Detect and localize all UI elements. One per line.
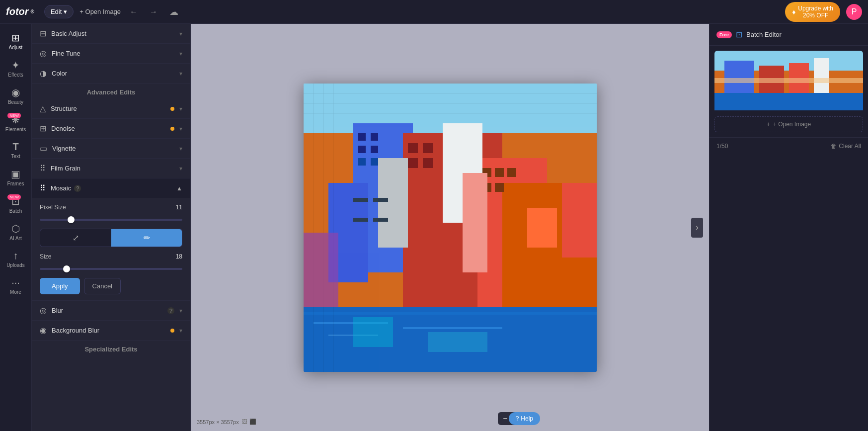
svg-rect-53 — [714, 93, 863, 110]
blur-info-icon: ? — [167, 307, 174, 314]
elements-new-badge: NEW — [7, 113, 21, 118]
svg-rect-38 — [373, 198, 388, 202]
main-layout: ⊞ Adjust ✦ Effects ◉ Beauty ❋ NEW Elemen… — [0, 24, 868, 431]
blur-row[interactable]: ◎ Blur ? ▾ — [32, 301, 190, 320]
svg-rect-14 — [371, 146, 378, 153]
logo: fotor® — [6, 6, 34, 17]
film-grain-row[interactable]: ⠿ Film Grain ▾ — [32, 159, 190, 178]
open-image-button[interactable]: + Open Image — [79, 8, 121, 15]
blur-section: ◎ Blur ? ▾ — [32, 301, 190, 321]
sidebar-item-elements[interactable]: ❋ NEW Elements — [2, 110, 30, 136]
right-panel: Free ⊡ Batch Editor + — [709, 24, 868, 431]
svg-rect-17 — [408, 143, 418, 153]
denoise-modified-dot — [170, 127, 174, 131]
sidebar-item-effects[interactable]: ✦ Effects — [2, 55, 30, 82]
color-row[interactable]: ◑ Color ▾ — [32, 64, 190, 83]
svg-rect-16 — [371, 158, 378, 166]
pro-icon-button[interactable]: P — [846, 4, 862, 20]
fine-tune-chevron: ▾ — [179, 50, 182, 57]
topbar: fotor® Edit ▾ + Open Image ← → ☁ ♦ Upgra… — [0, 0, 868, 24]
batch-editor-icon: ⊡ — [736, 30, 742, 39]
upgrade-button[interactable]: ♦ Upgrade with 20% OFF — [785, 2, 840, 22]
sidebar-item-more[interactable]: ··· More — [2, 273, 30, 299]
panel-collapse-button[interactable]: › — [691, 218, 703, 238]
basic-adjust-chevron: ▾ — [179, 30, 182, 37]
fine-tune-section: ◎ Fine Tune ▾ — [32, 44, 190, 64]
fine-tune-row[interactable]: ◎ Fine Tune ▾ — [32, 44, 190, 63]
erase-brush-button[interactable]: ⤢ — [40, 229, 111, 247]
canvas-area: 3557px × 3557px 🖼 ⬛ − 19% + ? Help › — [191, 24, 709, 431]
structure-row[interactable]: △ Structure ▾ — [32, 99, 190, 118]
sidebar-item-beauty[interactable]: ◉ Beauty — [2, 83, 30, 109]
paint-icon: ✏ — [144, 233, 150, 243]
frames-icon: ▣ — [11, 168, 20, 180]
fine-tune-icon: ◎ — [40, 49, 47, 58]
action-buttons: Apply Cancel — [40, 278, 182, 294]
sidebar-item-frames[interactable]: ▣ Frames — [2, 164, 30, 190]
sidebar-item-batch[interactable]: ⊡ NEW Batch — [2, 191, 30, 218]
sidebar-item-text[interactable]: T Text — [2, 137, 30, 163]
edit-button[interactable]: Edit ▾ — [44, 5, 74, 18]
mosaic-section: ⠿ Mosaic ? ▲ Pixel Size 11 — [32, 178, 190, 301]
right-panel-footer: 1/50 🗑 Clear All — [710, 137, 868, 155]
sidebar-item-uploads[interactable]: ↑ Uploads — [2, 246, 30, 272]
color-icon: ◑ — [40, 69, 47, 78]
help-button[interactable]: ? Help — [509, 412, 540, 425]
svg-rect-23 — [507, 168, 516, 177]
svg-rect-42 — [562, 183, 597, 258]
logo-text: fotor — [6, 6, 29, 17]
zoom-out-button[interactable]: − — [503, 414, 507, 423]
basic-adjust-row[interactable]: ⊟ Basic Adjust ▾ — [32, 24, 190, 43]
background-blur-row[interactable]: ◉ Background Blur ▾ — [32, 321, 190, 340]
background-blur-icon: ◉ — [40, 326, 47, 335]
back-button[interactable]: ← — [127, 5, 141, 18]
background-blur-section: ◉ Background Blur ▾ — [32, 321, 190, 341]
batch-editor-title: Batch Editor — [746, 31, 861, 38]
vignette-row[interactable]: ▭ Vignette ▾ — [32, 139, 190, 158]
cloud-button[interactable]: ☁ — [166, 4, 181, 19]
svg-rect-10 — [378, 158, 408, 248]
size-slider-row: Size 18 — [40, 253, 182, 272]
denoise-section: ⊞ Denoise ▾ — [32, 119, 190, 139]
mosaic-header[interactable]: ⠿ Mosaic ? ▲ — [32, 178, 190, 198]
pixel-size-slider[interactable] — [40, 219, 182, 221]
sidebar-item-ai-art[interactable]: ⬡ AI Art — [2, 219, 30, 245]
topbar-right: ♦ Upgrade with 20% OFF P — [785, 2, 862, 22]
svg-rect-43 — [304, 233, 338, 307]
film-grain-chevron: ▾ — [179, 165, 182, 172]
sidebar-item-adjust[interactable]: ⊞ Adjust — [2, 28, 30, 54]
image-icon: 🖼 — [242, 419, 247, 425]
cancel-button[interactable]: Cancel — [84, 278, 121, 294]
image-size-info: 3557px × 3557px 🖼 ⬛ — [197, 419, 256, 425]
open-image-panel-button[interactable]: + + Open Image — [714, 116, 863, 132]
svg-rect-12 — [371, 133, 378, 141]
brush-tools: ⤢ ✏ — [40, 229, 182, 247]
more-icon: ··· — [11, 277, 20, 288]
svg-rect-11 — [358, 133, 366, 141]
clear-all-button[interactable]: 🗑 Clear All — [831, 143, 861, 150]
vignette-chevron: ▾ — [179, 145, 182, 152]
film-grain-section: ⠿ Film Grain ▾ — [32, 159, 190, 178]
uploads-icon: ↑ — [13, 250, 18, 261]
blur-icon: ◎ — [40, 306, 47, 315]
thumbnail-item[interactable] — [714, 51, 863, 112]
advanced-edits-title: Advanced Edits — [32, 84, 190, 99]
canvas-svg — [304, 84, 597, 372]
apply-button[interactable]: Apply — [40, 278, 80, 294]
crop-icon: ⬛ — [249, 419, 256, 425]
crown-icon: ♦ — [792, 8, 795, 16]
size-slider[interactable] — [40, 268, 182, 270]
denoise-chevron: ▾ — [179, 125, 182, 132]
forward-button[interactable]: → — [147, 5, 160, 18]
structure-section: △ Structure ▾ — [32, 99, 190, 119]
mosaic-body: Pixel Size 11 ⤢ ✏ S — [32, 198, 190, 300]
paint-brush-button[interactable]: ✏ — [111, 229, 182, 247]
svg-rect-39 — [353, 218, 368, 222]
background-blur-chevron: ▾ — [179, 327, 182, 334]
svg-rect-15 — [358, 158, 366, 166]
color-chevron: ▾ — [179, 70, 182, 77]
canvas-image — [304, 84, 597, 372]
structure-icon: △ — [40, 104, 46, 113]
svg-rect-54 — [714, 78, 863, 83]
denoise-row[interactable]: ⊞ Denoise ▾ — [32, 119, 190, 138]
